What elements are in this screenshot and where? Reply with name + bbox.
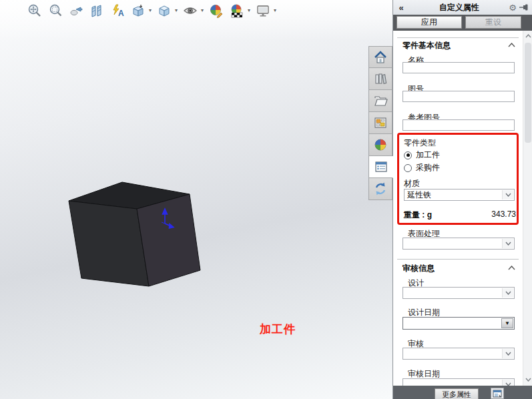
- zoom-to-fit-icon[interactable]: [27, 3, 43, 19]
- file-explorer-tab[interactable]: [368, 90, 392, 112]
- view-settings-icon[interactable]: [255, 3, 271, 19]
- apply-button[interactable]: 应用: [396, 16, 462, 29]
- dynamic-annotation-views-icon[interactable]: A: [109, 3, 125, 19]
- drawing-number-input[interactable]: [403, 91, 515, 102]
- weight-label: 重量 : g: [404, 210, 432, 221]
- chevron-down-icon[interactable]: [502, 380, 513, 386]
- chevron-down-icon[interactable]: [502, 288, 513, 298]
- scroll-up-icon[interactable]: [523, 31, 532, 41]
- review-info-section-title: 审核信息: [403, 263, 435, 274]
- property-template-icon[interactable]: [491, 388, 504, 399]
- heads-up-toolbar: A ▾ ▾ ▾ ▾ ▾: [27, 2, 276, 19]
- divider: [397, 259, 519, 260]
- material-select[interactable]: 延性铁: [404, 189, 515, 201]
- svg-text:A: A: [118, 9, 124, 18]
- radio-label: 采购件: [416, 162, 440, 173]
- radio-icon[interactable]: [404, 164, 412, 172]
- part-type-label: 零件类型: [404, 137, 436, 149]
- display-style-icon[interactable]: [156, 3, 172, 19]
- more-properties-button[interactable]: 更多属性: [435, 388, 479, 399]
- weight-value: 343.73: [491, 210, 516, 221]
- material-label: 材质: [404, 178, 420, 189]
- gear-icon[interactable]: ⚙: [509, 3, 517, 13]
- surface-treatment-select[interactable]: [403, 238, 515, 250]
- panel-title: 自定义属性: [409, 2, 509, 13]
- appearances-scenes-tab[interactable]: [368, 134, 392, 156]
- previous-view-icon[interactable]: [68, 3, 84, 19]
- machined-part-option[interactable]: 加工件: [404, 149, 440, 161]
- chevron-down-icon[interactable]: [502, 190, 513, 200]
- dropdown-arrow-icon[interactable]: ▼: [501, 318, 513, 328]
- sync-tab[interactable]: [368, 178, 392, 200]
- home-icon: [373, 50, 388, 65]
- viewport[interactable]: A ▾ ▾ ▾ ▾ ▾: [0, 0, 392, 399]
- hide-show-items-icon[interactable]: [182, 3, 198, 19]
- name-input[interactable]: [403, 62, 515, 73]
- cube-model[interactable]: [60, 175, 214, 296]
- chevron-down-icon[interactable]: [502, 239, 513, 248]
- apply-reset-strip: 应用 重设: [393, 15, 532, 31]
- review-select[interactable]: [403, 348, 515, 360]
- apply-scene-icon[interactable]: [229, 3, 245, 19]
- divider: [397, 37, 519, 38]
- properties-form-icon: [374, 159, 388, 174]
- radio-label: 加工件: [416, 149, 440, 161]
- zoom-to-area-icon[interactable]: [47, 3, 63, 19]
- scroll-down-icon[interactable]: [523, 374, 532, 384]
- reference-drawing-number-input[interactable]: [403, 119, 515, 131]
- section-view-icon[interactable]: [89, 3, 105, 19]
- reset-button[interactable]: 重设: [465, 16, 521, 29]
- view-settings-caret[interactable]: ▾: [274, 8, 276, 13]
- panel-header: « 自定义属性 ⚙: [393, 0, 532, 15]
- apply-scene-caret[interactable]: ▾: [248, 8, 250, 13]
- purchased-part-option[interactable]: 采购件: [404, 162, 440, 173]
- collapse-section-icon[interactable]: [508, 43, 515, 47]
- view-palette-tab[interactable]: [368, 112, 392, 134]
- collapse-panel-button[interactable]: «: [393, 3, 409, 13]
- solidworks-window: A ▾ ▾ ▾ ▾ ▾: [0, 0, 532, 399]
- custom-properties-panel: « 自定义属性 ⚙ 应用 重设 零件基本信息 名称 图号 参考图号 零件类型: [392, 0, 532, 399]
- pin-icon[interactable]: [519, 3, 529, 11]
- hide-show-items-caret[interactable]: ▾: [201, 8, 204, 13]
- weight-row: 重量 : g 343.73: [404, 210, 516, 221]
- view-orientation-caret[interactable]: ▾: [149, 8, 152, 13]
- design-select[interactable]: [403, 287, 515, 299]
- sync-arrows-icon: [373, 181, 388, 196]
- collapse-section-icon[interactable]: [508, 266, 515, 270]
- custom-properties-tab[interactable]: [368, 156, 393, 178]
- design-date-picker[interactable]: ▼: [403, 317, 515, 330]
- scrollbar-thumb[interactable]: [525, 43, 531, 143]
- part-type-annotation: 加工件: [260, 322, 296, 337]
- panel-scrollbar[interactable]: [523, 31, 532, 386]
- edit-appearance-icon[interactable]: [208, 3, 224, 19]
- view-orientation-icon[interactable]: [130, 3, 146, 19]
- display-style-caret[interactable]: ▾: [175, 8, 178, 13]
- material-value: 延性铁: [407, 189, 431, 201]
- books-icon: [373, 71, 388, 86]
- basic-info-section-title: 零件基本信息: [403, 40, 451, 51]
- taskpane-tabs: [368, 46, 392, 200]
- palette-window-icon: [373, 115, 388, 130]
- design-library-tab[interactable]: [368, 68, 392, 90]
- solidworks-resources-tab[interactable]: [368, 46, 392, 68]
- panel-footer: 更多属性: [393, 386, 532, 399]
- chevron-down-icon[interactable]: [502, 349, 513, 358]
- panel-body: 零件基本信息 名称 图号 参考图号 零件类型 加工件 采购件 材质 延性铁: [393, 31, 523, 386]
- folder-icon: [373, 93, 388, 108]
- radio-icon[interactable]: [404, 151, 412, 159]
- appearance-sphere-icon: [373, 137, 388, 152]
- review-date-select[interactable]: [403, 378, 515, 386]
